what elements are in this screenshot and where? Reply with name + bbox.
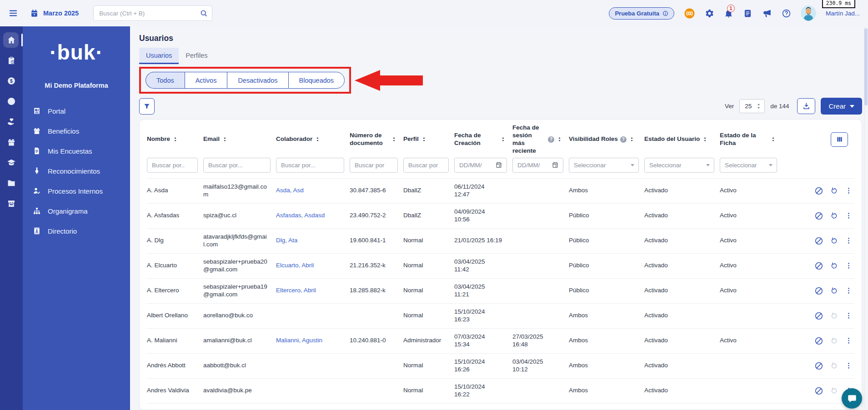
chat-button[interactable]: [842, 388, 862, 409]
cell-colaborador[interactable]: Asda, Asd: [276, 183, 350, 198]
sort-icon[interactable]: [500, 136, 506, 142]
filter-date-5[interactable]: DD/MM/: [454, 158, 507, 173]
rail-item-clipboard-clock[interactable]: [0, 51, 23, 70]
sort-icon[interactable]: [421, 136, 427, 142]
deactivate-user-button[interactable]: [814, 311, 823, 320]
segment-todos[interactable]: Todos: [146, 72, 185, 89]
sort-icon[interactable]: [702, 136, 708, 142]
sort-icon[interactable]: [557, 136, 562, 142]
deactivate-user-button[interactable]: [814, 236, 823, 245]
filter-select-8[interactable]: Seleccionar: [644, 158, 714, 173]
filter-input-1[interactable]: [203, 158, 271, 173]
segment-bloqueados[interactable]: Bloqueados: [288, 72, 345, 89]
deactivate-user-button[interactable]: [814, 261, 823, 270]
cell-colaborador[interactable]: Eltercero, Abril: [276, 283, 350, 298]
user-name[interactable]: Martín Jad...: [826, 10, 860, 17]
row-menu-button[interactable]: [845, 337, 853, 345]
sidebar-item-reconocimientos[interactable]: Reconocimientos: [26, 161, 126, 181]
page-scrollbar[interactable]: [864, 26, 868, 410]
cell-colaborador[interactable]: Malianni, Agustin: [276, 333, 350, 348]
deactivate-user-button[interactable]: [814, 186, 823, 195]
tab-perfiles[interactable]: Perfiles: [179, 48, 214, 64]
filter-select-7[interactable]: Seleccionar: [569, 158, 639, 173]
row-menu-button[interactable]: [845, 362, 853, 370]
filter-input-0[interactable]: [147, 158, 198, 173]
page-size-select[interactable]: 25: [739, 99, 765, 113]
cell-colaborador[interactable]: Asfasdas, Asdasd: [276, 208, 350, 223]
download-button[interactable]: [797, 98, 815, 114]
reset-password-button[interactable]: [830, 287, 838, 295]
filter-button[interactable]: [139, 98, 155, 115]
rail-item-home[interactable]: [0, 31, 23, 49]
sort-icon[interactable]: [629, 136, 635, 142]
rail-item-graduation-cap[interactable]: [0, 154, 23, 172]
column-header[interactable]: Fecha de Creación: [454, 132, 512, 147]
reset-password-button[interactable]: [830, 337, 838, 345]
news-button[interactable]: [743, 9, 753, 18]
reset-password-button[interactable]: [830, 387, 838, 395]
rail-item-gift[interactable]: [0, 133, 23, 151]
sidebar-item-directorio[interactable]: Directorio: [26, 221, 126, 241]
deactivate-user-button[interactable]: [814, 386, 823, 395]
sidebar-item-organigrama[interactable]: Organigrama: [26, 201, 126, 221]
rail-item-folder[interactable]: [0, 174, 23, 192]
cell-colaborador[interactable]: Elcuarto, Abril: [276, 258, 350, 273]
column-header[interactable]: Visibilidad Roles?: [569, 135, 644, 143]
row-menu-button[interactable]: [845, 312, 853, 320]
settings-button[interactable]: [705, 9, 714, 18]
deactivate-user-button[interactable]: [814, 336, 823, 345]
trial-badge[interactable]: Prueba Gratuita: [609, 7, 674, 20]
search-input[interactable]: [93, 5, 212, 21]
reset-password-button[interactable]: [830, 187, 838, 195]
notifications-button[interactable]: 1: [724, 9, 733, 18]
deactivate-user-button[interactable]: [814, 211, 823, 220]
deactivate-user-button[interactable]: [814, 361, 823, 370]
column-header[interactable]: Fecha de sesión más reciente?: [512, 124, 569, 155]
sidebar-item-beneficios[interactable]: Beneficios: [26, 121, 126, 141]
column-header[interactable]: Nombre: [147, 135, 203, 143]
period-selector[interactable]: Marzo 2025: [30, 9, 79, 18]
column-header[interactable]: Estado de la Ficha: [720, 132, 783, 147]
help-icon[interactable]: ?: [548, 136, 554, 143]
rail-item-dollar[interactable]: $: [0, 72, 23, 90]
filter-input-3[interactable]: [350, 158, 398, 173]
column-header[interactable]: Email: [203, 135, 276, 143]
sort-icon[interactable]: [770, 136, 776, 142]
sidebar-item-portal[interactable]: Portal: [26, 101, 126, 121]
column-header[interactable]: Estado del Usuario: [644, 135, 720, 143]
sort-icon[interactable]: [391, 136, 397, 142]
filter-date-6[interactable]: DD/MM/: [512, 158, 563, 173]
segment-activos[interactable]: Activos: [185, 72, 227, 89]
menu-button[interactable]: [8, 8, 18, 18]
user-avatar[interactable]: [801, 5, 816, 21]
reset-password-button[interactable]: [830, 262, 838, 270]
reset-password-button[interactable]: [830, 362, 838, 370]
announcements-button[interactable]: [762, 8, 772, 18]
reset-password-button[interactable]: [830, 237, 838, 245]
column-header[interactable]: Perfil: [403, 135, 454, 143]
reset-password-button[interactable]: [830, 312, 838, 320]
rail-item-store[interactable]: [0, 195, 23, 213]
filter-select-9[interactable]: Seleccionar: [720, 158, 777, 173]
sidebar-item-procesos-internos[interactable]: Procesos Internos: [26, 181, 126, 201]
help-button[interactable]: [782, 9, 791, 18]
row-menu-button[interactable]: [845, 212, 853, 220]
filter-input-4[interactable]: [403, 158, 449, 173]
create-button[interactable]: Crear: [821, 98, 862, 115]
row-menu-button[interactable]: [845, 237, 853, 245]
rail-item-clock[interactable]: [0, 92, 23, 110]
row-menu-button[interactable]: [845, 287, 853, 295]
scrollbar-thumb[interactable]: [864, 28, 868, 105]
rewards-button[interactable]: [684, 8, 695, 19]
help-icon[interactable]: ?: [620, 136, 627, 143]
sort-icon[interactable]: [172, 136, 178, 142]
sort-icon[interactable]: [222, 136, 228, 142]
column-header[interactable]: Número de documento: [350, 132, 403, 147]
column-settings-button[interactable]: [831, 132, 848, 147]
column-header[interactable]: Colaborador: [276, 135, 350, 143]
filter-input-2[interactable]: [276, 158, 344, 173]
row-menu-button[interactable]: [845, 187, 853, 195]
row-menu-button[interactable]: [845, 262, 853, 270]
rail-item-hand-heart[interactable]: [0, 113, 23, 131]
cell-colaborador[interactable]: Dlg, Ata: [276, 233, 350, 248]
